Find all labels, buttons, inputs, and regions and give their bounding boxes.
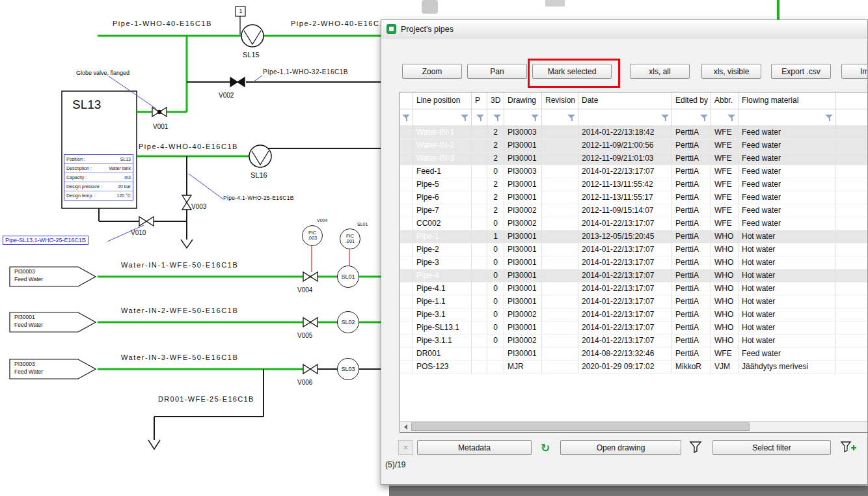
cell-fill[interactable] (836, 256, 868, 269)
cell-line[interactable]: Pipe-3.1.1 (413, 335, 472, 347)
cell-abbr[interactable]: WHO (711, 269, 739, 282)
cell-drw[interactable]: PI30001 (504, 282, 542, 295)
cell-date[interactable]: 2012-11-13/11:55:42 (578, 178, 672, 191)
cell-fill[interactable] (836, 139, 868, 152)
cell-abbr[interactable]: VJM (711, 361, 739, 373)
cell-line[interactable]: Pipe-3 (413, 256, 472, 269)
column-header-drawing[interactable]: Drawing (504, 92, 542, 109)
table-row[interactable]: CC0020PI300022014-01-22/13:17:07PerttiAW… (400, 217, 868, 230)
cell-drw[interactable]: PI30001 (504, 191, 542, 204)
cell-by[interactable]: PerttiA (672, 282, 711, 295)
row-header-cell[interactable] (400, 204, 413, 217)
filter-funnel-icon[interactable] (402, 113, 411, 122)
cell-abbr[interactable]: WHO (711, 282, 739, 295)
cell-by[interactable]: PerttiA (672, 139, 711, 152)
cell-fill[interactable] (836, 217, 868, 230)
cell-date[interactable]: 2014-08-22/13:32:46 (578, 348, 672, 360)
cell-abbr[interactable]: WFE (711, 152, 739, 165)
cell-date[interactable]: 2014-01-22/13:17:07 (578, 309, 672, 321)
table-row[interactable]: Pipe-3.10PI300022014-01-22/13:17:07Pertt… (400, 309, 868, 322)
row-header-cell[interactable] (400, 348, 413, 360)
cell-line[interactable]: Pipe-SL13.1 (413, 322, 472, 334)
filter-funnel-icon[interactable] (461, 113, 469, 122)
cell-by[interactable]: PerttiA (672, 165, 711, 178)
cell-drw[interactable]: PI30001 (504, 178, 542, 191)
cell-fill[interactable] (836, 178, 868, 191)
cell-abbr[interactable]: WFE (711, 204, 739, 217)
cell-mat[interactable]: Hot water (739, 243, 836, 256)
cell-mat[interactable]: Hot water (739, 322, 836, 334)
cell-by[interactable]: PerttiA (672, 348, 711, 360)
column-header-abbr[interactable]: Abbr. (711, 92, 739, 109)
row-header-cell[interactable] (400, 296, 413, 308)
cell-rev[interactable] (542, 191, 578, 204)
cell-abbr[interactable]: WHO (711, 322, 739, 334)
cell-d3[interactable]: 2 (487, 152, 504, 165)
cell-p[interactable] (472, 335, 487, 347)
cell-abbr[interactable]: WFE (711, 139, 739, 152)
row-header-cell[interactable] (400, 178, 413, 191)
horizontal-scrollbar[interactable] (400, 421, 868, 432)
column-header-flowing-material[interactable]: Flowing material (739, 92, 836, 109)
table-row[interactable]: Pipe-20PI300012014-01-22/13:17:07PerttiA… (400, 243, 868, 256)
cell-drw[interactable]: PI30002 (504, 204, 542, 217)
instrument-fic-003[interactable]: FIC .003 (302, 225, 323, 246)
cell-d3[interactable]: 2 (487, 178, 504, 191)
cell-rev[interactable] (542, 139, 578, 152)
pan-button[interactable]: Pan (467, 64, 527, 79)
cell-mat[interactable]: Hot water (739, 269, 836, 282)
cell-d3[interactable]: 0 (487, 335, 504, 347)
table-row[interactable]: Water-IN-12PI300032014-01-22/13:18:42Per… (400, 126, 868, 139)
cell-d3[interactable]: 0 (487, 256, 504, 269)
cell-date[interactable]: 2012-11-13/11:55:17 (578, 191, 672, 204)
table-row[interactable]: Pipe-62PI300012012-11-13/11:55:17PerttiA… (400, 191, 868, 204)
table-row[interactable]: Pipe-40PI300012014-01-22/13:17:07PerttiA… (400, 269, 868, 282)
cell-by[interactable]: PerttiA (672, 152, 711, 165)
cell-p[interactable] (472, 217, 487, 230)
xls-all-button[interactable]: xls, all (630, 64, 690, 79)
cell-fill[interactable] (836, 230, 868, 243)
cell-p[interactable] (472, 126, 487, 139)
row-header-cell[interactable] (400, 335, 413, 347)
cell-line[interactable]: Pipe-1.1 (413, 296, 472, 308)
filter-funnel-icon[interactable] (727, 113, 736, 122)
cell-fill[interactable] (836, 361, 868, 373)
table-row[interactable]: Pipe-1.10PI300012014-01-22/13:17:07Pertt… (400, 296, 868, 309)
table-row[interactable]: Pipe-SL13.10PI300012014-01-22/13:17:07Pe… (400, 322, 868, 335)
cell-by[interactable]: PerttiA (672, 204, 711, 217)
cell-p[interactable] (472, 322, 487, 334)
pump-sl03[interactable]: SL03 (337, 358, 359, 380)
cell-drw[interactable]: PI30001 (504, 139, 542, 152)
cell-rev[interactable] (542, 217, 578, 230)
filter-cell[interactable] (472, 109, 487, 126)
cell-drw[interactable]: PI30001 (504, 256, 542, 269)
cell-mat[interactable]: Feed water (739, 191, 836, 204)
cell-fill[interactable] (836, 152, 868, 165)
cell-drw[interactable]: PI30002 (504, 309, 542, 321)
cell-mat[interactable]: Feed water (739, 152, 836, 165)
cell-abbr[interactable]: WFE (711, 191, 739, 204)
cell-fill[interactable] (836, 191, 868, 204)
table-row[interactable]: Pipe-3.1.10PI300022014-01-22/13:17:07Per… (400, 335, 868, 348)
cell-date[interactable]: 2014-01-22/13:17:07 (578, 296, 672, 308)
cell-mat[interactable]: Feed water (739, 139, 836, 152)
cell-date[interactable]: 2014-01-22/13:17:07 (578, 335, 672, 347)
row-header-cell[interactable] (400, 165, 413, 178)
cell-drw[interactable]: PI30001 (504, 230, 542, 243)
cell-by[interactable]: PerttiA (672, 269, 711, 282)
column-header-rowhdr[interactable] (400, 92, 413, 109)
cell-by[interactable]: MikkoR (672, 361, 711, 373)
cell-by[interactable]: PerttiA (672, 178, 711, 191)
cell-p[interactable] (472, 178, 487, 191)
cell-drw[interactable]: PI30003 (504, 165, 542, 178)
cell-line[interactable]: Water-IN-3 (413, 152, 472, 165)
cell-d3[interactable]: 2 (487, 139, 504, 152)
cell-line[interactable]: Pipe-4.1 (413, 282, 472, 295)
cell-mat[interactable]: Hot water (739, 309, 836, 321)
row-header-cell[interactable] (400, 256, 413, 269)
filter-funnel-icon[interactable] (567, 113, 576, 122)
cell-mat[interactable]: Hot water (739, 296, 836, 308)
cell-p[interactable] (472, 256, 487, 269)
cell-date[interactable]: 2014-01-22/13:17:07 (578, 322, 672, 334)
cell-p[interactable] (472, 230, 487, 243)
